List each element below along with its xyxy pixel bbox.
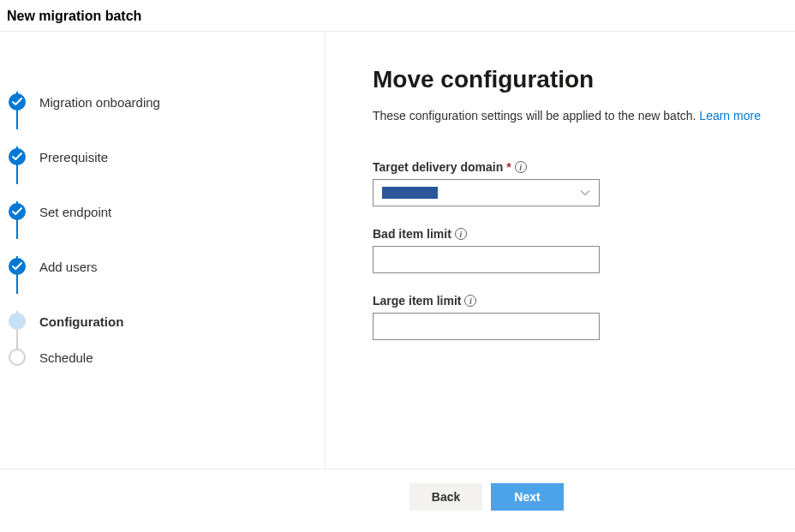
field-large-item-limit: Large item limit i	[373, 294, 771, 340]
bad-item-limit-input[interactable]	[373, 246, 600, 273]
step-label: Set endpoint	[39, 205, 111, 219]
required-mark: *	[506, 160, 511, 174]
label-text: Bad item limit	[373, 227, 451, 241]
field-bad-item-limit: Bad item limit i	[373, 227, 771, 273]
current-step-icon	[9, 313, 26, 330]
info-icon[interactable]: i	[464, 295, 476, 307]
step-schedule[interactable]: Schedule	[9, 349, 316, 366]
chevron-down-icon	[580, 188, 590, 198]
step-migration-onboarding[interactable]: Migration onboarding	[9, 75, 316, 129]
field-label: Target delivery domain * i	[373, 160, 771, 174]
select-value-redacted	[382, 187, 438, 199]
step-configuration[interactable]: Configuration	[9, 294, 316, 349]
wizard-title: New migration batch	[7, 9, 788, 24]
checkmark-icon	[9, 203, 26, 220]
back-button[interactable]: Back	[409, 483, 482, 511]
next-button[interactable]: Next	[491, 483, 564, 511]
step-label: Add users	[39, 260, 98, 274]
learn-more-link[interactable]: Learn more	[699, 109, 761, 123]
wizard-footer: Back Next	[0, 469, 795, 524]
field-target-delivery-domain: Target delivery domain * i	[373, 160, 771, 206]
step-label: Configuration	[39, 314, 123, 329]
wizard-header: New migration batch	[0, 0, 795, 32]
target-domain-select[interactable]	[373, 179, 600, 206]
label-text: Target delivery domain	[373, 160, 503, 174]
field-label: Large item limit i	[373, 294, 771, 308]
field-label: Bad item limit i	[373, 227, 771, 241]
step-add-users[interactable]: Add users	[9, 239, 316, 294]
step-label: Prerequisite	[39, 150, 108, 164]
info-icon[interactable]: i	[515, 161, 527, 173]
upcoming-step-icon	[9, 349, 26, 366]
info-icon[interactable]: i	[455, 228, 467, 240]
checkmark-icon	[9, 148, 26, 165]
wizard-stepper: Migration onboarding Prerequisite Set en…	[0, 32, 326, 469]
checkmark-icon	[9, 258, 26, 275]
wizard-content: Move configuration These configuration s…	[326, 32, 795, 469]
checkmark-icon	[9, 93, 26, 111]
step-label: Schedule	[39, 350, 93, 365]
label-text: Large item limit	[373, 294, 461, 308]
step-prerequisite[interactable]: Prerequisite	[9, 129, 316, 184]
step-label: Migration onboarding	[39, 95, 160, 110]
large-item-limit-input[interactable]	[373, 313, 600, 340]
page-title: Move configuration	[373, 66, 771, 93]
page-subtitle: These configuration settings will be app…	[373, 109, 771, 123]
step-set-endpoint[interactable]: Set endpoint	[9, 184, 316, 239]
subtitle-text: These configuration settings will be app…	[373, 109, 699, 123]
